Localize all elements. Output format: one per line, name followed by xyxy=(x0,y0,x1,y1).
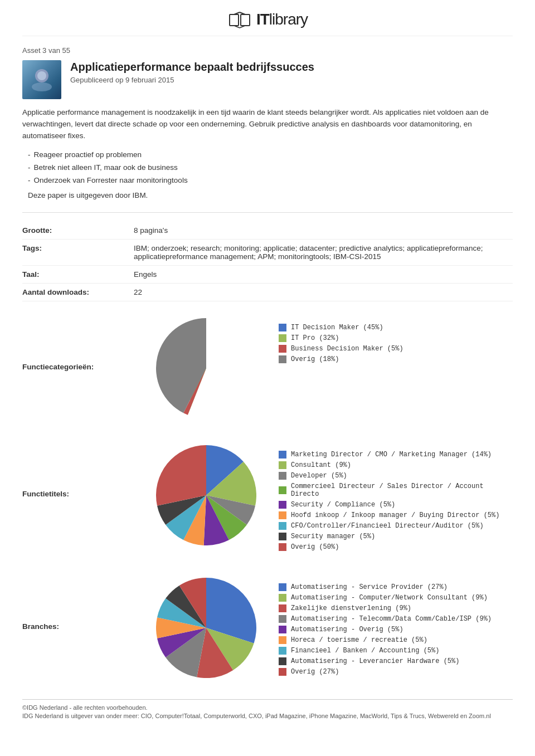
ft-legend-color-1 xyxy=(279,461,286,469)
ft-legend-text-8: Overig (50%) xyxy=(291,543,339,551)
legend-text-3: Overig (18%) xyxy=(291,355,339,363)
page-header: ITlibrary xyxy=(22,0,513,36)
br-legend-color-6 xyxy=(279,647,286,655)
legend-color-0 xyxy=(279,324,286,331)
legend-item-3: Overig (18%) xyxy=(279,355,513,363)
functiecategorieen-section: Functiecategorieën: IT Decision Maker (4… xyxy=(22,313,513,424)
ft-legend-color-0 xyxy=(279,451,286,459)
legend-text-2: Business Decision Maker (5%) xyxy=(291,345,403,353)
ft-legend-1: Consultant (9%) xyxy=(279,461,513,469)
ft-legend-5: Hoofd inkoop / Inkoop manager / Buying D… xyxy=(279,511,513,519)
legend-item-2: Business Decision Maker (5%) xyxy=(279,345,513,353)
ft-legend-color-4 xyxy=(279,501,286,509)
meta-downloads-label: Aantal downloads: xyxy=(22,288,134,296)
ft-legend-color-7 xyxy=(279,533,286,540)
br-legend-text-4: Automatisering - Overig (5%) xyxy=(291,626,403,633)
legend-item-0: IT Decision Maker (45%) xyxy=(279,324,513,331)
br-legend-3: Automatisering - Telecomm/Data Comm/Cabl… xyxy=(279,615,513,623)
ft-legend-color-3 xyxy=(279,486,286,494)
br-legend-text-3: Automatisering - Telecomm/Data Comm/Cabl… xyxy=(291,615,492,623)
legend-color-2 xyxy=(279,345,286,353)
ft-legend-text-3: Commercieel Directeur / Sales Director /… xyxy=(291,482,513,498)
bullet-2: Betrek niet alleen IT, maar ook de busin… xyxy=(28,162,513,174)
svg-point-8 xyxy=(37,71,46,80)
article-thumbnail xyxy=(22,60,61,99)
ft-legend-text-2: Developer (5%) xyxy=(291,472,347,480)
br-legend-6: Financieel / Banken / Accounting (5%) xyxy=(279,647,513,655)
ft-legend-text-6: CFO/Controller/Financieel Directeur/Audi… xyxy=(291,522,484,530)
br-legend-8: Overig (27%) xyxy=(279,668,513,676)
functietitels-label: Functietitels: xyxy=(22,490,134,498)
br-legend-color-4 xyxy=(279,626,286,633)
ft-legend-color-2 xyxy=(279,472,286,480)
ft-legend-text-0: Marketing Director / CMO / Marketing Man… xyxy=(291,451,492,459)
functietitels-chart xyxy=(150,445,262,545)
br-legend-2: Zakelijke dienstverlening (9%) xyxy=(279,604,513,612)
ft-legend-8: Overig (50%) xyxy=(279,543,513,551)
article-bullets: Reageer proactief op problemen Betrek ni… xyxy=(22,149,513,202)
ft-legend-2: Developer (5%) xyxy=(279,472,513,480)
meta-taal-value: Engels xyxy=(134,270,513,279)
branches-chart xyxy=(150,578,262,678)
br-legend-1: Automatisering - Computer/Network Consul… xyxy=(279,594,513,602)
bullet-3: Onderzoek van Forrester naar monitoringt… xyxy=(28,174,513,187)
ft-legend-text-5: Hoofd inkoop / Inkoop manager / Buying D… xyxy=(291,511,499,519)
article-date: Gepubliceerd op 9 februari 2015 xyxy=(70,76,314,84)
ft-legend-text-1: Consultant (9%) xyxy=(291,461,351,469)
branches-label: Branches: xyxy=(22,622,134,631)
meta-taal-label: Taal: xyxy=(22,270,134,279)
functietitels-label-col: Functietitels: xyxy=(22,445,134,505)
br-legend-color-1 xyxy=(279,594,286,602)
ft-legend-text-7: Security manager (5%) xyxy=(291,533,375,540)
br-legend-color-0 xyxy=(279,583,286,591)
br-legend-text-2: Zakelijke dienstverlening (9%) xyxy=(291,604,411,612)
functiecategorieen-chart xyxy=(150,318,262,418)
ft-legend-text-4: Security / Compliance (5%) xyxy=(291,501,395,509)
article-header: Applicatieperformance bepaalt bedrijfssu… xyxy=(22,60,513,99)
svg-rect-1 xyxy=(241,14,250,26)
functietitels-section: Functietitels: xyxy=(22,440,513,557)
ft-legend-color-5 xyxy=(279,511,286,519)
br-legend-color-2 xyxy=(279,604,286,612)
footer-line-1: ©IDG Nederland - alle rechten voorbehoud… xyxy=(22,704,513,711)
article-body-text: Applicatie performance management is noo… xyxy=(22,107,513,142)
functiecategorieen-label-col: Functiecategorieën: xyxy=(22,318,134,378)
legend-text-1: IT Pro (32%) xyxy=(291,334,339,342)
br-legend-text-7: Automatisering - Leverancier Hardware (5… xyxy=(291,657,459,665)
article-title-block: Applicatieperformance bepaalt bedrijfssu… xyxy=(70,60,314,84)
meta-row-downloads: Aantal downloads: 22 xyxy=(22,284,513,301)
br-legend-color-5 xyxy=(279,636,286,644)
svg-point-7 xyxy=(32,82,52,91)
meta-row-taal: Taal: Engels xyxy=(22,266,513,284)
br-legend-text-0: Automatisering - Service Provider (27%) xyxy=(291,583,448,591)
meta-grootte-value: 8 pagina's xyxy=(134,226,513,235)
br-legend-text-1: Automatisering - Computer/Network Consul… xyxy=(291,594,488,602)
legend-text-0: IT Decision Maker (45%) xyxy=(291,324,383,331)
page-footer: ©IDG Nederland - alle rechten voorbehoud… xyxy=(22,699,513,719)
functietitels-legend: Marketing Director / CMO / Marketing Man… xyxy=(279,445,513,551)
ft-legend-6: CFO/Controller/Financieel Directeur/Audi… xyxy=(279,522,513,530)
br-legend-text-8: Overig (27%) xyxy=(291,668,339,676)
functiecategorieen-legend: IT Decision Maker (45%) IT Pro (32%) Bus… xyxy=(279,318,513,363)
meta-tags-label: Tags: xyxy=(22,244,134,252)
logo-icon xyxy=(227,10,252,29)
bullets-footer: Deze paper is uitgegeven door IBM. xyxy=(28,189,513,202)
branches-legend: Automatisering - Service Provider (27%) … xyxy=(279,578,513,676)
legend-color-3 xyxy=(279,355,286,363)
meta-row-tags: Tags: IBM; onderzoek; research; monitori… xyxy=(22,240,513,266)
footer-line-2: IDG Nederland is uitgever van onder meer… xyxy=(22,713,513,719)
page: ITlibrary Asset 3 van 55 Applicatieperfo… xyxy=(0,0,535,756)
br-legend-color-8 xyxy=(279,668,286,676)
ft-legend-4: Security / Compliance (5%) xyxy=(279,501,513,509)
br-legend-color-7 xyxy=(279,657,286,665)
logo-text: ITlibrary xyxy=(256,11,308,28)
meta-row-grootte: Grootte: 8 pagina's xyxy=(22,222,513,240)
branches-label-col: Branches: xyxy=(22,578,134,637)
svg-rect-0 xyxy=(230,14,239,26)
bullet-1: Reageer proactief op problemen xyxy=(28,149,513,162)
logo-container: ITlibrary xyxy=(22,10,513,29)
functiecategorieen-label: Functiecategorieën: xyxy=(22,363,134,371)
branches-section: Branches: xyxy=(22,572,513,684)
ft-legend-color-8 xyxy=(279,543,286,551)
ft-legend-color-6 xyxy=(279,522,286,530)
